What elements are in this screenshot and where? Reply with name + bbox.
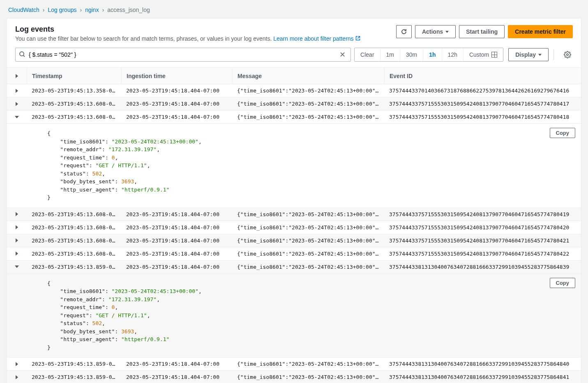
chevron-right-icon: › xyxy=(80,7,82,13)
chevron-right-icon: › xyxy=(43,7,45,13)
caret-right-icon xyxy=(16,102,18,106)
table-row: 2023-05-23T19:45:13.859-07:002023-05-23T… xyxy=(7,261,581,274)
cell-message: {"time_iso8601":"2023-05-24T02:45:13+00:… xyxy=(232,358,384,369)
cell-message: {"time_iso8601":"2023-05-24T02:45:13+00:… xyxy=(232,222,384,233)
table-row: 2023-05-23T19:45:13.608-07:002023-05-23T… xyxy=(7,97,581,111)
caret-right-icon xyxy=(16,89,18,93)
cell-event-id: 3757444337571555303150954240813790770460… xyxy=(384,111,581,122)
cell-ingestion: 2023-05-23T19:45:18.404-07:00 xyxy=(121,371,232,383)
expand-toggle[interactable] xyxy=(7,86,27,95)
learn-more-link[interactable]: Learn more about filter patterns xyxy=(273,35,360,42)
cell-event-id: 3757444337571555303150954240813790770460… xyxy=(384,248,581,259)
refresh-button[interactable] xyxy=(396,25,412,38)
filter-input-wrap: ✕ xyxy=(15,48,351,62)
time-range-1h[interactable]: 1h xyxy=(423,48,442,61)
cell-event-id: 3757444337571555303150954240813790770460… xyxy=(384,222,581,233)
breadcrumb-link[interactable]: nginx xyxy=(85,7,99,13)
cell-event-id: 3757444338131304007634072881666337299103… xyxy=(384,261,581,272)
table-row: 2023-05-23T19:45:13.608-07:002023-05-23T… xyxy=(7,221,581,234)
cell-ingestion: 2023-05-23T19:45:18.404-07:00 xyxy=(121,248,232,259)
cell-event-id: 3757444338131304007634072881666337299103… xyxy=(384,358,581,369)
breadcrumb-link[interactable]: CloudWatch xyxy=(8,7,39,13)
cell-timestamp: 2023-05-23T19:45:13.608-07:00 xyxy=(27,222,121,233)
cell-message: {"time_iso8601":"2023-05-24T02:45:13+00:… xyxy=(232,111,384,122)
caret-right-icon xyxy=(16,375,18,379)
column-header-timestamp[interactable]: Timestamp xyxy=(27,68,121,84)
cell-message: {"time_iso8601":"2023-05-24T02:45:13+00:… xyxy=(232,371,384,383)
caret-right-icon xyxy=(16,251,18,256)
table-row: 2023-05-23T19:45:13.358-07:002023-05-23T… xyxy=(7,84,581,97)
chevron-down-icon xyxy=(445,31,449,33)
expand-toggle[interactable] xyxy=(7,373,27,382)
expand-toggle[interactable] xyxy=(7,223,27,232)
cell-message: {"time_iso8601":"2023-05-24T02:45:13+00:… xyxy=(232,248,384,259)
cell-timestamp: 2023-05-23T19:45:13.358-07:00 xyxy=(27,85,121,96)
divider xyxy=(553,49,554,60)
cell-timestamp: 2023-05-23T19:45:13.859-07:00 xyxy=(27,371,121,383)
column-header-message[interactable]: Message xyxy=(232,68,384,84)
table-row: 2023-05-23T19:45:13.859-07:002023-05-23T… xyxy=(7,371,581,383)
expand-toggle[interactable] xyxy=(7,360,27,369)
table-row: 2023-05-23T19:45:13.608-07:002023-05-23T… xyxy=(7,247,581,261)
time-range-1m[interactable]: 1m xyxy=(380,48,400,61)
filter-input[interactable] xyxy=(29,48,334,61)
time-range-30m[interactable]: 30m xyxy=(400,48,423,61)
settings-button[interactable] xyxy=(562,49,573,60)
caret-right-icon xyxy=(16,238,18,242)
cell-event-id: 3757444337014036673187688662275397813644… xyxy=(384,85,581,96)
calendar-icon xyxy=(491,52,497,58)
cell-timestamp: 2023-05-23T19:45:13.608-07:00 xyxy=(27,111,121,122)
cell-message: {"time_iso8601":"2023-05-24T02:45:13+00:… xyxy=(232,261,384,272)
cell-ingestion: 2023-05-23T19:45:18.404-07:00 xyxy=(121,222,232,233)
cell-ingestion: 2023-05-23T19:45:18.404-07:00 xyxy=(121,209,232,220)
cell-message: {"time_iso8601":"2023-05-24T02:45:13+00:… xyxy=(232,98,384,109)
expand-toggle[interactable] xyxy=(7,263,27,270)
breadcrumb-link[interactable]: Log groups xyxy=(48,7,76,13)
column-header-ingestion[interactable]: Ingestion time xyxy=(121,68,232,84)
cell-ingestion: 2023-05-23T19:45:18.404-07:00 xyxy=(121,235,232,246)
table-row: 2023-05-23T19:45:13.859-07:002023-05-23T… xyxy=(7,358,581,371)
create-metric-filter-button[interactable]: Create metric filter xyxy=(508,25,573,38)
cell-message: {"time_iso8601":"2023-05-24T02:45:13+00:… xyxy=(232,235,384,246)
cell-timestamp: 2023-05-23T19:45:13.608-07:00 xyxy=(27,235,121,246)
cell-timestamp: 2023-05-23T19:45:13.608-07:00 xyxy=(27,248,121,259)
cell-event-id: 3757444338131304007634072881666337299103… xyxy=(384,371,581,383)
caret-right-icon xyxy=(16,212,18,216)
time-range-12h[interactable]: 12h xyxy=(442,48,463,61)
expand-toggle[interactable] xyxy=(7,210,27,219)
caret-right-icon xyxy=(16,362,18,366)
table-row: 2023-05-23T19:45:13.608-07:002023-05-23T… xyxy=(7,234,581,247)
expand-all-toggle[interactable] xyxy=(7,68,27,84)
start-tailing-button[interactable]: Start tailing xyxy=(459,25,505,38)
time-range-clear[interactable]: Clear xyxy=(355,48,380,61)
expanded-json: Copy{ "time_iso8601": "2023-05-24T02:45:… xyxy=(7,124,581,208)
clear-filter-button[interactable]: ✕ xyxy=(338,50,347,59)
expand-toggle[interactable] xyxy=(7,113,27,121)
actions-button[interactable]: Actions xyxy=(415,25,456,38)
cell-ingestion: 2023-05-23T19:45:18.404-07:00 xyxy=(121,358,232,369)
cell-ingestion: 2023-05-23T19:45:18.404-07:00 xyxy=(121,261,232,272)
svg-point-1 xyxy=(567,54,569,56)
expand-toggle[interactable] xyxy=(7,236,27,245)
column-header-event-id[interactable]: Event ID xyxy=(384,68,581,84)
chevron-down-icon xyxy=(538,54,542,56)
cell-event-id: 3757444337571555303150954240813790770460… xyxy=(384,98,581,109)
breadcrumb-current: access_json_log xyxy=(107,7,150,13)
copy-button[interactable]: Copy xyxy=(550,278,576,288)
cell-timestamp: 2023-05-23T19:45:13.859-07:00 xyxy=(27,261,121,272)
table-row: 2023-05-23T19:45:13.608-07:002023-05-23T… xyxy=(7,208,581,221)
cell-ingestion: 2023-05-23T19:45:18.404-07:00 xyxy=(121,85,232,96)
cell-message: {"time_iso8601":"2023-05-24T02:45:13+00:… xyxy=(232,85,384,96)
display-button[interactable]: Display xyxy=(508,48,549,61)
time-range-custom[interactable]: Custom xyxy=(463,48,503,61)
cell-message: {"time_iso8601":"2023-05-24T02:45:13+00:… xyxy=(232,209,384,220)
copy-button[interactable]: Copy xyxy=(550,128,576,138)
page-description: You can use the filter bar below to sear… xyxy=(15,35,360,42)
cell-timestamp: 2023-05-23T19:45:13.859-07:00 xyxy=(27,358,121,369)
expand-toggle[interactable] xyxy=(7,249,27,258)
external-link-icon xyxy=(355,35,360,42)
time-range-group: Clear1m30m1h12hCustom xyxy=(354,48,503,62)
cell-ingestion: 2023-05-23T19:45:18.404-07:00 xyxy=(121,111,232,122)
expand-toggle[interactable] xyxy=(7,99,27,108)
caret-right-icon xyxy=(16,225,18,229)
